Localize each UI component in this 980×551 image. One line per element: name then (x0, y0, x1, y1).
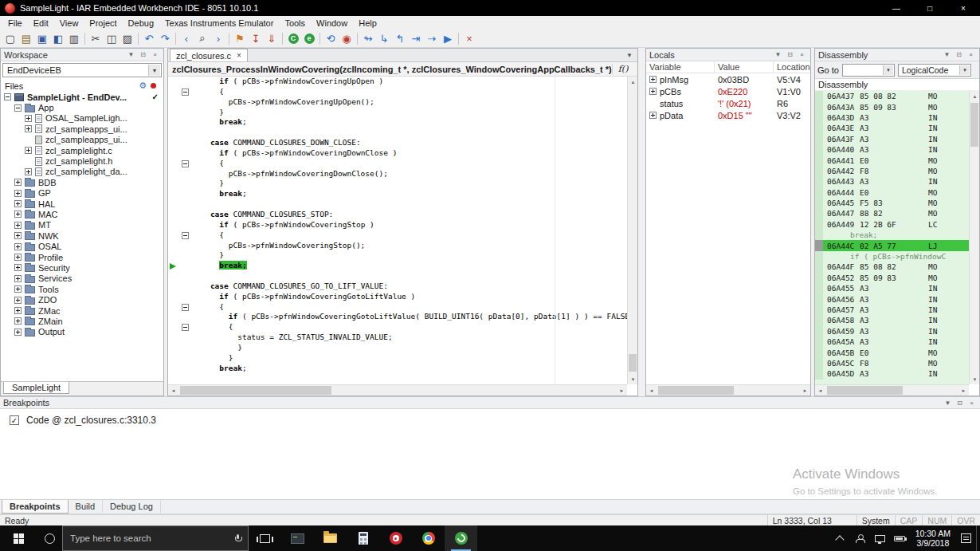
panel-float-icon[interactable]: ⊡ (138, 51, 148, 58)
breakpoint-gutter[interactable] (168, 373, 179, 384)
breakpoint-gutter[interactable] (168, 281, 179, 292)
tree-item-zdo[interactable]: ZDO (1, 294, 163, 305)
panel-float-icon[interactable]: ⊡ (955, 399, 965, 407)
microphone-icon[interactable] (234, 534, 241, 543)
menu-project[interactable]: Project (84, 18, 122, 29)
expand-icon[interactable] (14, 211, 22, 218)
breakpoint-gutter[interactable] (168, 210, 179, 220)
fold-margin[interactable] (179, 87, 192, 97)
calculator-app-button[interactable] (347, 525, 379, 551)
expand-icon[interactable] (649, 88, 657, 95)
fold-margin[interactable] (179, 189, 192, 199)
disassembly-line[interactable]: 06A442F8MO (815, 166, 969, 176)
locals-row-pinmsg[interactable]: pInMsg0x03BDV5:V4 (646, 73, 810, 85)
scroll-down-icon[interactable] (628, 374, 638, 384)
save-icon[interactable]: ▣ (34, 30, 50, 46)
scroll-up-icon[interactable] (970, 91, 980, 101)
navigate-forward-icon[interactable]: › (210, 30, 226, 46)
disassembly-vertical-scrollbar[interactable] (969, 91, 979, 384)
editor-tab-list-icon[interactable]: ▼ (621, 52, 637, 59)
breakpoint-item[interactable]: ✓Code @ zcl_closures.c:3310.3 (0, 409, 980, 426)
breakpoint-gutter[interactable] (168, 230, 179, 241)
expand-icon[interactable] (14, 232, 22, 239)
settings-gear-icon[interactable]: ⚙ (139, 81, 147, 91)
code-line[interactable]: { (168, 87, 627, 97)
code-line[interactable]: if ( pCBs->pfnWindowCoveringStop ) (168, 220, 627, 230)
tree-item-hal[interactable]: HAL (1, 199, 163, 209)
combo-arrow-icon[interactable]: ▼ (148, 65, 160, 76)
goto-input[interactable]: ▼ (842, 64, 895, 77)
code-line[interactable]: break; (168, 364, 627, 374)
disassembly-line[interactable]: 06A45285 09 83MO (815, 273, 969, 283)
code-line[interactable]: } (168, 179, 627, 189)
go-icon[interactable]: ▶ (440, 30, 456, 46)
scrollbar-thumb[interactable] (970, 103, 978, 147)
fold-margin[interactable] (179, 159, 192, 169)
breakpoint-gutter[interactable] (168, 97, 179, 108)
fold-margin[interactable] (179, 333, 192, 343)
cortana-button[interactable] (37, 525, 62, 551)
expand-icon[interactable] (25, 125, 32, 132)
code-line[interactable] (168, 128, 627, 138)
code-line[interactable] (168, 199, 627, 210)
panel-menu-icon[interactable]: ▼ (773, 51, 783, 58)
tree-item-gp[interactable]: GP (1, 188, 163, 199)
scroll-left-icon[interactable] (168, 385, 178, 396)
tree-item-security[interactable]: Security (1, 262, 163, 273)
fold-collapse-icon[interactable] (182, 304, 189, 311)
disassembly-line[interactable]: 06A459A3IN (815, 326, 969, 337)
breakpoint-gutter[interactable] (168, 353, 179, 364)
maximize-button[interactable]: □ (913, 0, 947, 16)
tree-item-zmain[interactable]: ZMain (1, 316, 163, 326)
tree-item-zcl-samplelight-h[interactable]: zcl_samplelight.h (1, 155, 163, 166)
tree-item-zmac[interactable]: ZMac (1, 305, 163, 316)
scroll-right-icon[interactable] (617, 385, 627, 396)
combo-arrow-icon[interactable]: ▼ (883, 65, 893, 75)
disassembly-line[interactable]: 06A456A3IN (815, 293, 969, 304)
scroll-left-icon[interactable] (646, 385, 657, 396)
panel-float-icon[interactable]: ⊡ (785, 51, 795, 58)
combo-arrow-icon[interactable]: ▼ (959, 65, 970, 75)
breakpoint-gutter[interactable] (168, 189, 179, 199)
tree-item-zcl-sampleapps-ui[interactable]: zcl_sampleapps_ui... (1, 124, 163, 134)
breakpoint-gutter[interactable] (168, 169, 179, 179)
tree-item-tools[interactable]: Tools (1, 284, 163, 294)
fold-collapse-icon[interactable] (182, 89, 189, 96)
fold-collapse-icon[interactable] (182, 232, 189, 239)
expand-icon[interactable] (14, 329, 22, 336)
fold-margin[interactable] (179, 250, 192, 261)
debug-without-downloading-icon[interactable]: ⇓ (264, 30, 280, 46)
breakpoint-gutter[interactable] (168, 148, 179, 159)
task-view-button[interactable] (249, 525, 281, 551)
breakpoint-gutter[interactable] (168, 292, 179, 302)
expand-icon[interactable] (14, 285, 22, 293)
fold-margin[interactable] (179, 128, 192, 138)
tree-item-zcl-sampleapps-ui[interactable]: zcl_sampleapps_ui... (1, 135, 163, 145)
code-line[interactable]: break; (168, 189, 627, 199)
dock-tab-build[interactable]: Build (69, 500, 103, 513)
fold-collapse-icon[interactable] (182, 324, 189, 331)
disassembly-line[interactable]: 06A45DA3IN (815, 368, 969, 379)
editor-vertical-scrollbar[interactable] (627, 77, 637, 384)
fold-margin[interactable] (179, 138, 192, 148)
scroll-left-icon[interactable] (815, 385, 825, 396)
breakpoint-gutter[interactable] (168, 302, 179, 313)
scrollbar-thumb[interactable] (180, 386, 331, 395)
breakpoint-gutter[interactable] (168, 250, 179, 261)
code-line[interactable]: { (168, 230, 627, 241)
workspace-tab-samplelight[interactable]: SampleLight (3, 382, 69, 394)
breakpoint-gutter[interactable] (168, 343, 179, 353)
breakpoint-gutter[interactable] (168, 312, 179, 322)
code-line[interactable]: pCBs->pfnWindowCoveringUpOpen(); (168, 97, 627, 108)
panel-menu-icon[interactable]: ▼ (942, 51, 952, 58)
fold-margin[interactable] (179, 77, 192, 87)
tree-item-mt[interactable]: MT (1, 220, 163, 230)
save-all-icon[interactable]: ◧ (50, 30, 66, 46)
menu-window[interactable]: Window (311, 18, 353, 29)
disassembly-line[interactable]: 06A440A3IN (815, 144, 969, 155)
code-line[interactable]: if ( pCBs->pfnWindowCoveringGotoLiftValu… (168, 312, 627, 322)
cspy-icon[interactable]: e (301, 30, 317, 46)
disassembly-horizontal-scrollbar[interactable] (815, 384, 969, 396)
locals-column-location[interactable]: Location (774, 61, 810, 73)
code-line[interactable] (168, 271, 627, 281)
